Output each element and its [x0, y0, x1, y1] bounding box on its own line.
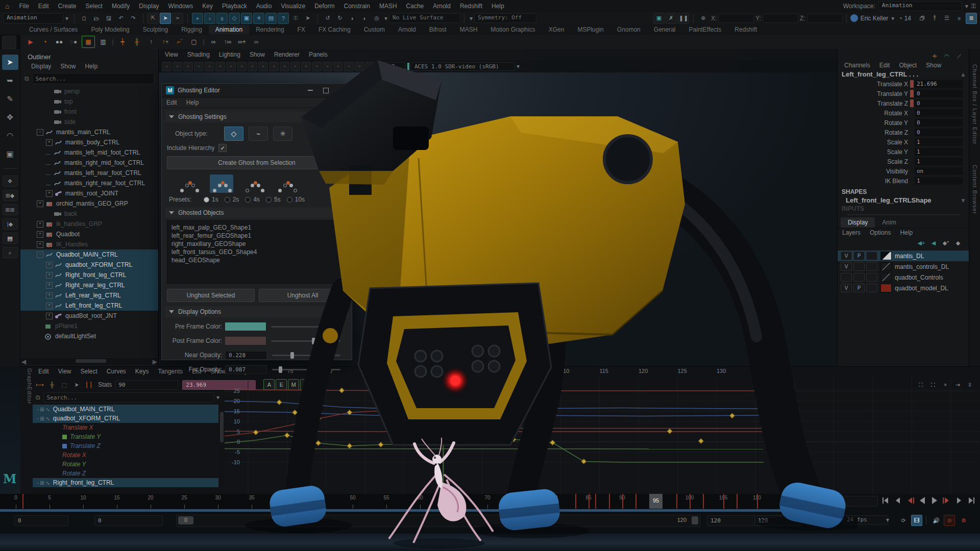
graph-menu-edit[interactable]: Edit: [34, 368, 54, 375]
symmetry-field[interactable]: Symmetry: Off: [474, 13, 536, 23]
no-character-set-icon[interactable]: ⊘: [944, 515, 955, 526]
shelf-tab-arnold[interactable]: Arnold: [391, 25, 423, 34]
resolution-gate-icon[interactable]: ▫: [258, 62, 268, 71]
shelf-tool-icon-16[interactable]: ∞+: [236, 36, 248, 47]
preset-radio-4s[interactable]: [245, 197, 251, 203]
outliner-item-quadbot_main_ctrl[interactable]: -Quadbot_MAIN_CTRL: [20, 249, 158, 260]
channelbox-menu-object[interactable]: Object: [894, 62, 921, 69]
playhead[interactable]: 95: [649, 494, 663, 509]
include-hierarchy-checkbox[interactable]: ✓: [218, 144, 227, 152]
new-layer-icon[interactable]: ◆: [952, 237, 964, 248]
2d-pan-zoom-icon[interactable]: ▫: [215, 62, 225, 71]
lock-camera-icon[interactable]: ▫: [173, 62, 182, 71]
channelbox-menu-channels[interactable]: Channels: [840, 62, 875, 69]
channel-value-field[interactable]: on: [915, 167, 963, 175]
shelf-tool-icon-2[interactable]: ●●: [53, 36, 65, 47]
snap-time-icon[interactable]: ⇥: [952, 379, 963, 390]
viewport-menu-show[interactable]: Show: [245, 51, 270, 58]
shelf-tab-rendering[interactable]: Rendering: [249, 25, 290, 34]
channel-row-scale-y[interactable]: Scale Y1: [838, 147, 969, 157]
shape-collapse-icon[interactable]: ▼: [960, 197, 966, 204]
expand-toggle-icon[interactable]: -: [37, 252, 43, 258]
clock-icon[interactable]: ◔: [898, 15, 902, 22]
range-slider[interactable]: 0 120: [176, 515, 700, 527]
shelf-tab-sculpting[interactable]: Sculpting: [136, 25, 175, 34]
ghosted-object-item[interactable]: head_GEOShape: [172, 256, 342, 264]
viewport-menu-view[interactable]: View: [160, 51, 183, 58]
shelf-tool-icon-7[interactable]: ┿: [116, 36, 129, 47]
menu-edit[interactable]: Edit: [34, 3, 54, 10]
colorspace-dropdown-icon[interactable]: ▾: [517, 63, 520, 70]
rivet-icon[interactable]: ◗: [359, 13, 370, 24]
mute-audio-icon[interactable]: 🔊: [930, 515, 942, 526]
menu-select[interactable]: Select: [81, 3, 107, 10]
maximize-icon[interactable]: [319, 86, 332, 95]
expand-toggle-icon[interactable]: +: [37, 231, 43, 238]
viewport-menu-panels[interactable]: Panels: [304, 51, 332, 58]
y-coordinate-input[interactable]: [763, 14, 798, 23]
render-current-frame-icon[interactable]: ▣: [653, 13, 665, 24]
menu-key[interactable]: Key: [198, 3, 217, 10]
display-option-slider[interactable]: [272, 369, 340, 370]
snap-icon-6[interactable]: ▤: [265, 13, 277, 24]
shelf-tab-fxcaching[interactable]: FX Caching: [312, 25, 357, 34]
shelf-tab-gnomon[interactable]: Gnomon: [610, 25, 647, 34]
channel-row-translate-y[interactable]: Translate Y0: [838, 89, 969, 98]
create-ghost-button[interactable]: Create Ghost from Selection: [167, 156, 347, 169]
menu-windows[interactable]: Windows: [164, 3, 198, 10]
expand-toggle-icon[interactable]: +: [46, 262, 53, 268]
shelf-menu-button[interactable]: [2, 36, 16, 49]
display-option-slider[interactable]: [272, 355, 340, 356]
outliner-item-ik_handles[interactable]: +IK_Handles: [20, 239, 158, 249]
channel-row-visibility[interactable]: Visibilityon: [838, 166, 969, 176]
graph-filter-icon[interactable]: ⧉: [36, 394, 40, 401]
layer-playback-toggle[interactable]: [853, 262, 865, 271]
ghost-sampling-option-3[interactable]: [275, 174, 299, 193]
shelf-tab-redshift[interactable]: Redshift: [728, 25, 764, 34]
layer-visibility-toggle[interactable]: [841, 273, 852, 282]
x-coordinate-input[interactable]: [718, 14, 754, 23]
channel-object-name[interactable]: Left_front_leg_CTRL . . .: [842, 70, 918, 78]
outliner-item-right_rear_leg_ctrl[interactable]: +Right_rear_leg_CTRL: [20, 280, 158, 290]
display-option-slider[interactable]: [271, 340, 340, 342]
menu-audio[interactable]: Audio: [252, 3, 277, 10]
channel-value-field[interactable]: 0: [915, 119, 963, 127]
gate-mask-icon[interactable]: ▫: [269, 62, 279, 71]
lock-icon[interactable]: ⚿: [290, 13, 301, 24]
wireframe-on-shaded-icon[interactable]: ▫: [333, 62, 343, 71]
outliner-item-back[interactable]: back: [20, 209, 158, 219]
live-surface-dropdown-icon[interactable]: ▾: [384, 15, 387, 22]
home-icon[interactable]: ⌂: [0, 2, 14, 10]
go-to-start-button[interactable]: [879, 495, 891, 506]
insert-key-icon[interactable]: ╫: [46, 379, 58, 390]
expand-toggle-icon[interactable]: +: [46, 139, 53, 146]
graph-channel-quadbot_xform_ctrl[interactable]: ◦ ⊞ ∿quadbot_XFORM_CTRL: [33, 414, 218, 423]
range-end-handle[interactable]: [692, 516, 698, 524]
outliner-item-top[interactable]: top: [20, 96, 158, 107]
layer-row-quadbot_Controls[interactable]: quadbot_Controls: [838, 272, 969, 283]
preset-radio-1s[interactable]: [204, 197, 209, 203]
ghosted-object-item[interactable]: left_max_palp_GEO_Shape1: [172, 223, 342, 232]
shelf-tool-icon-8[interactable]: ╫: [131, 36, 143, 47]
preset-radio-5s[interactable]: [266, 197, 272, 203]
layer-row-mantis_controls_DL[interactable]: Vmantis_controls_DL: [838, 261, 969, 272]
expand-toggle-icon[interactable]: +: [37, 241, 43, 248]
outliner-item-mantis_left_mid_foot_ctrl[interactable]: mantis_left_mid_foot_CTRL: [20, 147, 158, 158]
tab-channel-box[interactable]: Channel Box / Layer Editor: [972, 64, 978, 144]
channel-value-field[interactable]: 1: [915, 177, 963, 185]
highlight-select-icon[interactable]: ➤: [302, 13, 313, 24]
empty-layer-icon[interactable]: ◆*: [940, 237, 951, 248]
layer-display-toggle[interactable]: [866, 252, 877, 260]
shadows-icon[interactable]: ▫: [365, 62, 375, 71]
graph-channel-rotate-x[interactable]: Rotate X: [33, 450, 218, 460]
shelf-tab-mash[interactable]: MASH: [453, 25, 484, 34]
select-object-icon[interactable]: ➤: [160, 13, 171, 24]
outliner-item-front[interactable]: front: [20, 107, 158, 117]
color-swatch[interactable]: [225, 337, 266, 345]
step-back-key-button[interactable]: [904, 495, 916, 506]
close-icon[interactable]: ✕: [334, 86, 348, 95]
channel-manip-icon[interactable]: ✛: [929, 51, 940, 62]
menu-mash[interactable]: MASH: [375, 3, 402, 10]
channel-value-field[interactable]: 0: [915, 109, 963, 117]
display-options-section[interactable]: Display Options: [165, 306, 349, 317]
